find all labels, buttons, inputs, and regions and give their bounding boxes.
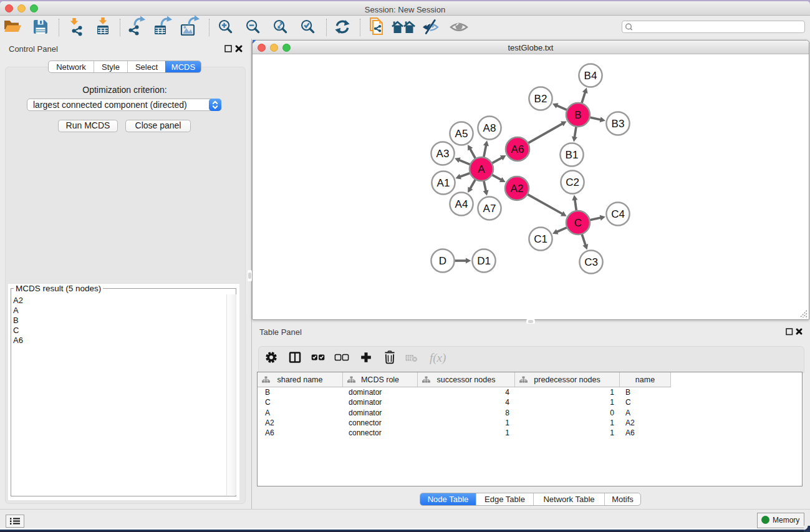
svg-text:A8: A8 (483, 122, 496, 134)
svg-text:D: D (439, 255, 446, 267)
svg-text:A4: A4 (455, 198, 468, 210)
svg-text:B1: B1 (566, 149, 579, 161)
svg-text:D1: D1 (477, 255, 491, 267)
svg-text:A7: A7 (483, 203, 496, 215)
svg-text:C4: C4 (611, 208, 625, 220)
svg-text:f(x): f(x) (430, 351, 446, 365)
svg-text:A2: A2 (511, 183, 524, 195)
svg-text:C3: C3 (584, 256, 598, 268)
svg-text:B: B (574, 109, 581, 121)
svg-text:B3: B3 (612, 118, 625, 130)
svg-text:A3: A3 (436, 148, 450, 160)
svg-text:A: A (478, 163, 485, 175)
svg-text:B4: B4 (584, 70, 597, 82)
svg-text:B2: B2 (534, 93, 547, 105)
svg-text:A6: A6 (511, 143, 524, 155)
svg-text:A1: A1 (437, 177, 450, 189)
svg-text:C1: C1 (534, 233, 547, 245)
svg-text:C2: C2 (566, 177, 579, 188)
svg-text:C: C (574, 217, 582, 229)
svg-text:A5: A5 (455, 128, 468, 140)
